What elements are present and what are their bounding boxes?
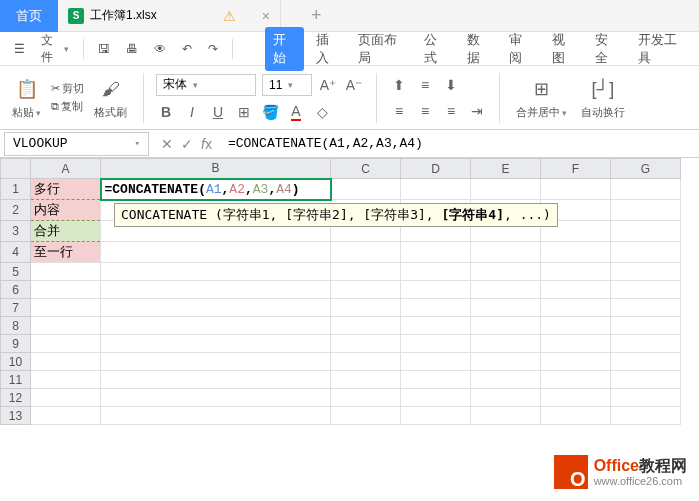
cell[interactable] — [471, 179, 541, 200]
cell[interactable] — [471, 317, 541, 335]
align-middle-button[interactable]: ≡ — [415, 75, 435, 95]
paste-icon[interactable]: 📋 — [13, 75, 41, 103]
file-menu[interactable]: 文件▾ — [35, 28, 75, 70]
cell[interactable] — [611, 263, 681, 281]
increase-font-button[interactable]: A⁺ — [318, 75, 338, 95]
cell[interactable] — [331, 179, 401, 200]
cell[interactable] — [471, 371, 541, 389]
cell[interactable] — [31, 389, 101, 407]
spreadsheet-grid[interactable]: A B C D E F G 1 多行 =CONCATENATE(A1,A2,A3… — [0, 158, 699, 425]
cell[interactable] — [31, 299, 101, 317]
cell[interactable] — [31, 353, 101, 371]
cell[interactable] — [331, 281, 401, 299]
tab-start[interactable]: 开始 — [265, 27, 304, 71]
row-header[interactable]: 4 — [1, 242, 31, 263]
cell[interactable] — [401, 317, 471, 335]
fx-icon[interactable]: fx — [201, 136, 212, 152]
row-header[interactable]: 10 — [1, 353, 31, 371]
cell[interactable] — [541, 317, 611, 335]
cell[interactable] — [541, 179, 611, 200]
italic-button[interactable]: I — [182, 102, 202, 122]
wrap-icon[interactable]: [┘] — [589, 75, 617, 103]
cell-a4[interactable]: 至一行 — [31, 242, 101, 263]
cancel-formula-icon[interactable]: ✕ — [161, 136, 173, 152]
tab-layout[interactable]: 页面布局 — [350, 27, 412, 71]
cell[interactable] — [401, 335, 471, 353]
tab-data[interactable]: 数据 — [459, 27, 498, 71]
cell[interactable] — [541, 299, 611, 317]
cell-a1[interactable]: 多行 — [31, 179, 101, 200]
close-tab-icon[interactable]: × — [262, 8, 270, 24]
row-header[interactable]: 1 — [1, 179, 31, 200]
tab-security[interactable]: 安全 — [587, 27, 626, 71]
row-header[interactable]: 12 — [1, 389, 31, 407]
col-header[interactable]: F — [541, 159, 611, 179]
decrease-font-button[interactable]: A⁻ — [344, 75, 364, 95]
cell[interactable] — [471, 389, 541, 407]
row-header[interactable]: 7 — [1, 299, 31, 317]
cell[interactable] — [101, 242, 331, 263]
row-header[interactable]: 8 — [1, 317, 31, 335]
font-select[interactable]: 宋体▾ — [156, 74, 256, 96]
cell[interactable] — [401, 179, 471, 200]
cell[interactable] — [611, 179, 681, 200]
cell[interactable] — [31, 371, 101, 389]
cell[interactable] — [101, 317, 331, 335]
select-all-corner[interactable] — [1, 159, 31, 179]
format-painter-icon[interactable]: 🖌 — [97, 75, 125, 103]
clear-format-button[interactable]: ◇ — [312, 102, 332, 122]
cell[interactable] — [611, 221, 681, 242]
format-painter-button[interactable]: 格式刷 — [94, 105, 127, 120]
cell[interactable] — [31, 407, 101, 425]
preview-button[interactable]: 👁 — [148, 38, 172, 60]
cell[interactable] — [541, 335, 611, 353]
align-bottom-button[interactable]: ⬇ — [441, 75, 461, 95]
accept-formula-icon[interactable]: ✓ — [181, 136, 193, 152]
col-header[interactable]: B — [101, 159, 331, 179]
cell[interactable] — [401, 371, 471, 389]
cell[interactable] — [471, 242, 541, 263]
cell[interactable] — [541, 389, 611, 407]
cell[interactable] — [331, 317, 401, 335]
col-header[interactable]: A — [31, 159, 101, 179]
cell[interactable] — [31, 281, 101, 299]
cell[interactable] — [471, 353, 541, 371]
cell[interactable] — [101, 353, 331, 371]
row-header[interactable]: 9 — [1, 335, 31, 353]
row-header[interactable]: 11 — [1, 371, 31, 389]
merge-button[interactable]: 合并居中▾ — [516, 105, 567, 120]
cut-button[interactable]: ✂ 剪切 — [51, 81, 84, 96]
row-header[interactable]: 3 — [1, 221, 31, 242]
tab-view[interactable]: 视图 — [544, 27, 583, 71]
cell[interactable] — [401, 281, 471, 299]
align-left-button[interactable]: ≡ — [389, 101, 409, 121]
cell[interactable] — [471, 281, 541, 299]
cell-b1-editing[interactable]: =CONCATENATE(A1,A2,A3,A4) — [101, 179, 331, 200]
cell[interactable] — [31, 263, 101, 281]
name-box[interactable]: VLOOKUP▾ — [4, 132, 149, 156]
cell-a2[interactable]: 内容 — [31, 200, 101, 221]
tab-dev[interactable]: 开发工具 — [630, 27, 692, 71]
cell[interactable] — [611, 389, 681, 407]
cell[interactable] — [101, 389, 331, 407]
copy-button[interactable]: ⧉ 复制 — [51, 99, 84, 114]
cell[interactable] — [611, 353, 681, 371]
cell[interactable] — [611, 281, 681, 299]
cell[interactable] — [331, 242, 401, 263]
wrap-button[interactable]: 自动换行 — [581, 105, 625, 120]
undo-button[interactable]: ↶ — [176, 38, 198, 60]
border-button[interactable]: ⊞ — [234, 102, 254, 122]
tab-insert[interactable]: 插入 — [308, 27, 347, 71]
fill-color-button[interactable]: 🪣 — [260, 102, 280, 122]
tab-review[interactable]: 审阅 — [501, 27, 540, 71]
cell[interactable] — [401, 263, 471, 281]
align-top-button[interactable]: ⬆ — [389, 75, 409, 95]
cell[interactable] — [101, 335, 331, 353]
cell[interactable] — [611, 371, 681, 389]
formula-input[interactable]: =CONCATENATE(A1,A2,A3,A4) — [220, 136, 699, 151]
cell[interactable] — [541, 281, 611, 299]
tab-formula[interactable]: 公式 — [416, 27, 455, 71]
cell[interactable] — [101, 263, 331, 281]
cell[interactable] — [331, 389, 401, 407]
cell[interactable] — [541, 353, 611, 371]
